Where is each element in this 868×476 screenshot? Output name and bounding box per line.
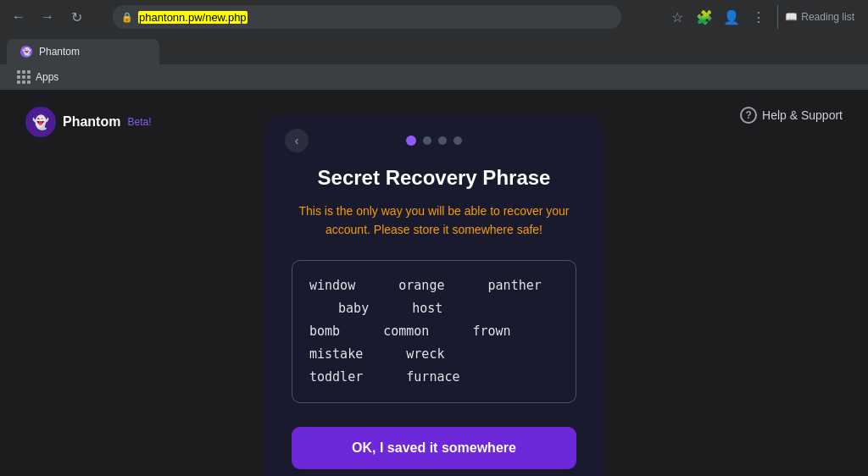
menu-button[interactable]: ⋮ [747,5,771,29]
dot-1 [406,136,416,146]
warning-text: This is the only way you will be able to… [292,202,576,240]
recovery-card: ‹ Secret Recovery Phrase This is the onl… [264,115,604,476]
bookmark-star-button[interactable]: ☆ [665,5,689,29]
reading-list-label: Reading list [801,11,854,23]
apps-label: Apps [36,71,58,83]
bookmarks-bar: Apps [0,64,868,90]
pagination: ‹ [292,136,576,146]
page-content: 👻 Phantom Beta! ? Help & Support ‹ Secre… [0,90,868,476]
phrase-text: window orange panther baby host bomb com… [309,274,559,389]
toolbar-right: ☆ 🧩 👤 ⋮ 📖 Reading list [665,5,861,29]
phantom-logo: 👻 Phantom Beta! [25,107,151,137]
apps-button[interactable]: Apps [10,67,65,87]
reading-list-button[interactable]: 📖 Reading list [777,5,861,29]
address-bar[interactable]: 🔒 phantonn.pw/new.php [113,5,621,29]
ok-saved-button[interactable]: OK, I saved it somewhere [292,427,576,469]
address-text: phantonn.pw/new.php [138,11,248,24]
active-tab[interactable]: 👻 Phantom [7,39,159,64]
dot-3 [438,136,447,145]
card-title: Secret Recovery Phrase [318,166,551,190]
phantom-beta: Beta! [127,116,151,128]
browser-chrome: ← → ↻ 🔒 phantonn.pw/new.php ☆ 🧩 👤 ⋮ 📖 Re… [0,0,868,90]
phrase-box: window orange panther baby host bomb com… [292,260,576,403]
browser-toolbar: ← → ↻ 🔒 phantonn.pw/new.php ☆ 🧩 👤 ⋮ 📖 Re… [0,0,868,34]
phantom-name: Phantom [63,114,120,130]
tab-title: Phantom [39,46,80,58]
apps-grid-icon [17,70,31,84]
chevron-left-button[interactable]: ‹ [285,129,309,152]
refresh-button[interactable]: ↻ [64,5,88,29]
profile-button[interactable]: 👤 [720,5,743,29]
reading-list-icon: 📖 [785,11,798,23]
lock-icon: 🔒 [121,12,133,23]
forward-button[interactable]: → [36,5,59,29]
phantom-icon: 👻 [25,107,56,137]
help-support-button[interactable]: ? Help & Support [740,107,843,124]
back-button[interactable]: ← [7,5,31,29]
tabs-bar: 👻 Phantom [0,34,868,64]
extensions-button[interactable]: 🧩 [693,5,716,29]
dot-2 [423,136,431,145]
help-icon: ? [740,107,757,124]
help-support-label: Help & Support [762,108,843,122]
dot-4 [453,136,462,145]
phantom-emoji: 👻 [32,114,49,130]
tab-favicon: 👻 [20,46,32,58]
address-highlight: phantonn.pw/new.php [138,11,248,24]
